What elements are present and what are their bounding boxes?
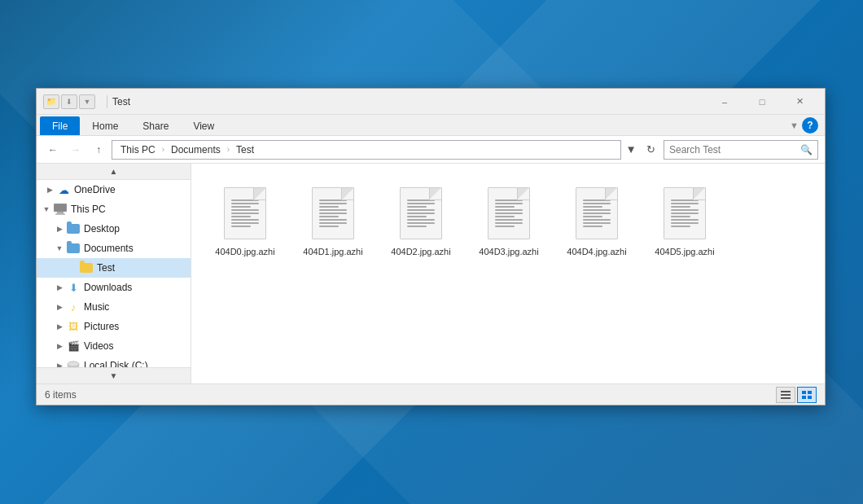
maximize-button[interactable]: □ <box>743 89 781 115</box>
sidebar-label-test: Test <box>97 262 115 274</box>
sidebar-label-documents: Documents <box>84 243 134 254</box>
view-list-button[interactable] <box>776 387 795 403</box>
expand-documents[interactable]: ▼ <box>53 242 66 255</box>
address-box[interactable]: This PC › Documents › Test <box>112 140 621 160</box>
generic-file-icon <box>488 187 530 239</box>
expand-music[interactable]: ▶ <box>53 300 66 313</box>
content-area: 404D0.jpg.azhi 404D1.jpg.azhi 404D2.jpg.… <box>191 164 825 383</box>
file-item-file4[interactable]: 404D4.jpg.azhi <box>556 177 637 261</box>
svg-rect-5 <box>781 391 791 392</box>
ribbon-tabs: File Home Share View ▼ ? <box>37 115 825 135</box>
file-item-file0[interactable]: 404D0.jpg.azhi <box>204 177 286 261</box>
svg-rect-0 <box>54 204 67 212</box>
file-name-file5: 404D5.jpg.azhi <box>655 246 714 257</box>
generic-file-icon <box>576 187 618 239</box>
search-input[interactable] <box>669 144 798 156</box>
sidebar-label-desktop: Desktop <box>84 223 120 234</box>
svg-rect-8 <box>802 391 806 394</box>
file-icon-file4 <box>571 184 623 243</box>
titlebar-divider <box>107 95 107 108</box>
downloads-icon: ⬇ <box>66 281 81 294</box>
file-explorer-window: 📁 ⬇ ▼ Test – □ ✕ File Home Share View ▼ … <box>36 88 826 405</box>
status-bar: 6 items <box>37 383 825 405</box>
sidebar-label-downloads: Downloads <box>84 282 132 293</box>
window-controls: – □ ✕ <box>706 89 818 115</box>
file-name-file4: 404D4.jpg.azhi <box>567 246 626 257</box>
sidebar-label-videos: Videos <box>84 340 113 352</box>
svg-rect-2 <box>55 213 65 215</box>
titlebar-left-buttons: 📁 ⬇ ▼ <box>43 94 95 109</box>
tab-file[interactable]: File <box>40 116 80 135</box>
svg-rect-11 <box>808 396 812 399</box>
expand-desktop[interactable]: ▶ <box>53 222 66 235</box>
file-item-file5[interactable]: 404D5.jpg.azhi <box>644 177 725 261</box>
file-icon-file3 <box>483 184 535 243</box>
generic-file-icon <box>312 187 354 239</box>
generic-file-icon <box>664 187 706 239</box>
svg-rect-10 <box>802 396 806 399</box>
sidebar-item-downloads[interactable]: ▶ ⬇ Downloads <box>37 278 191 297</box>
sidebar-item-thispc[interactable]: ▼ This PC <box>37 199 191 219</box>
file-name-file3: 404D3.jpg.azhi <box>479 246 538 257</box>
up-button[interactable]: ↑ <box>89 140 108 160</box>
file-name-file2: 404D2.jpg.azhi <box>391 246 450 257</box>
videos-icon: 🎬 <box>66 340 81 353</box>
address-bar-row: ← → ↑ This PC › Documents › Test ▼ ↻ 🔍 <box>37 136 825 164</box>
svg-point-4 <box>68 362 79 366</box>
forward-button[interactable]: → <box>66 140 85 160</box>
file-icon-file5 <box>659 184 711 243</box>
sidebar-item-music[interactable]: ▶ ♪ Music <box>37 297 191 317</box>
svg-rect-9 <box>808 391 812 394</box>
ribbon: File Home Share View ▼ ? <box>37 115 825 136</box>
generic-file-icon <box>224 187 266 239</box>
breadcrumb-test[interactable]: Test <box>233 142 257 157</box>
sidebar-item-documents[interactable]: ▼ Documents <box>37 239 191 258</box>
tab-home[interactable]: Home <box>80 116 130 135</box>
file-name-file1: 404D1.jpg.azhi <box>303 246 362 257</box>
file-item-file2[interactable]: 404D2.jpg.azhi <box>380 177 462 261</box>
address-dropdown-button[interactable]: ▼ <box>624 140 637 160</box>
expand-downloads[interactable]: ▶ <box>53 281 66 294</box>
sidebar-scroll-up[interactable]: ▲ <box>37 164 191 180</box>
file-item-file1[interactable]: 404D1.jpg.azhi <box>292 177 374 261</box>
expand-onedrive[interactable]: ▶ <box>43 183 56 196</box>
help-button[interactable]: ? <box>802 117 818 134</box>
sidebar-item-onedrive[interactable]: ▶ ☁ OneDrive <box>37 180 191 199</box>
sidebar-item-videos[interactable]: ▶ 🎬 Videos <box>37 336 191 356</box>
sidebar-item-desktop[interactable]: ▶ Desktop <box>37 219 191 239</box>
search-box[interactable]: 🔍 <box>664 140 818 160</box>
refresh-button[interactable]: ↻ <box>641 140 660 160</box>
svg-rect-7 <box>781 397 791 399</box>
file-icon-file2 <box>395 184 447 243</box>
back-button[interactable]: ← <box>43 140 63 160</box>
desktop-folder-icon <box>66 222 81 235</box>
view-toggle <box>776 387 817 403</box>
file-grid: 404D0.jpg.azhi 404D1.jpg.azhi 404D2.jpg.… <box>191 164 825 383</box>
expand-videos[interactable]: ▶ <box>53 340 66 353</box>
breadcrumb-documents[interactable]: Documents <box>168 142 224 157</box>
file-item-file3[interactable]: 404D3.jpg.azhi <box>468 177 550 261</box>
items-count: 6 items <box>45 389 77 401</box>
close-button[interactable]: ✕ <box>781 89 818 115</box>
titlebar-pin-button[interactable]: 📁 <box>43 94 59 109</box>
sidebar-item-test[interactable]: ▶ Test <box>37 258 191 278</box>
file-icon-file1 <box>307 184 359 243</box>
minimize-button[interactable]: – <box>706 89 743 115</box>
sidebar-label-music: Music <box>84 301 109 313</box>
tab-share[interactable]: Share <box>130 116 181 135</box>
file-name-file0: 404D0.jpg.azhi <box>215 246 274 257</box>
svg-rect-6 <box>781 394 791 396</box>
titlebar-dropdown-button[interactable]: ▼ <box>79 94 95 109</box>
breadcrumb-thispc[interactable]: This PC <box>117 142 159 157</box>
music-icon: ♪ <box>66 300 81 313</box>
search-icon[interactable]: 🔍 <box>798 142 814 158</box>
expand-thispc[interactable]: ▼ <box>40 203 53 216</box>
tab-view[interactable]: View <box>181 116 226 135</box>
generic-file-icon <box>400 187 442 239</box>
expand-pictures[interactable]: ▶ <box>53 320 66 333</box>
view-large-button[interactable] <box>797 387 817 403</box>
sidebar-scroll-down[interactable]: ▼ <box>37 367 191 383</box>
file-icon-file0 <box>219 184 271 243</box>
titlebar-pin2-button[interactable]: ⬇ <box>61 94 77 109</box>
sidebar-item-pictures[interactable]: ▶ 🖼 Pictures <box>37 317 191 336</box>
